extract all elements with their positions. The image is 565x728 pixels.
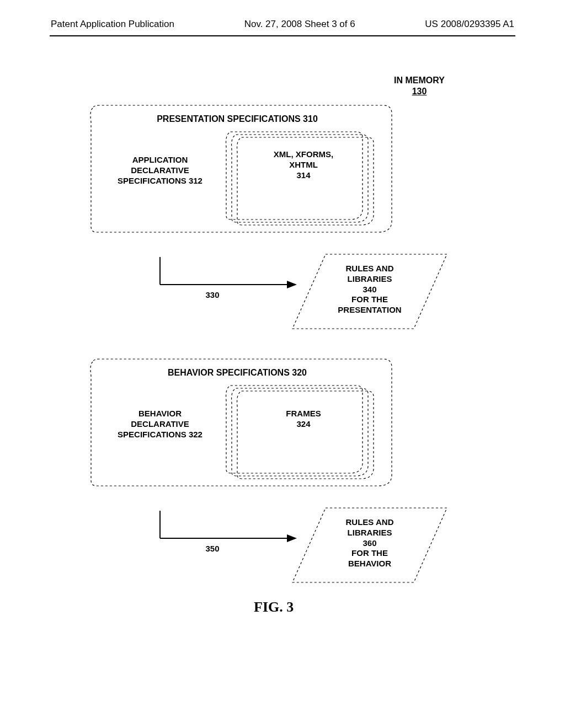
- diagram-svg: .dash { fill: none; stroke: #000; stroke…: [50, 36, 515, 676]
- figure-caption: FIG. 3: [254, 599, 294, 615]
- memory-line2: 130: [412, 87, 427, 96]
- svg-marker-2: [287, 281, 297, 288]
- arrow2-label: 350: [196, 544, 229, 554]
- spec2-rightbox: FRAMES 324: [254, 409, 353, 430]
- spec2-title: BEHAVIOR SPECIFICATIONS 320: [132, 367, 342, 378]
- rules2-label: RULES AND LIBRARIES 360 FOR THE BEHAVIOR: [320, 517, 419, 569]
- header-left: Patent Application Publication: [51, 19, 174, 30]
- spec1-title: PRESENTATION SPECIFICATIONS 310: [132, 114, 342, 125]
- spec2-leftbox: BEHAVIOR DECLARATIVE SPECIFICATIONS 322: [102, 409, 218, 440]
- memory-line1: IN MEMORY: [394, 76, 445, 85]
- rules1-label: RULES AND LIBRARIES 340 FOR THE PRESENTA…: [320, 264, 419, 315]
- header-mid: Nov. 27, 2008 Sheet 3 of 6: [174, 19, 425, 30]
- arrow1-label: 330: [196, 290, 229, 301]
- header-right: US 2008/0293395 A1: [425, 19, 514, 30]
- page-header: Patent Application Publication Nov. 27, …: [50, 17, 515, 36]
- svg-marker-5: [287, 534, 297, 542]
- spec1-leftbox: APPLICATION DECLARATIVE SPECIFICATIONS 3…: [102, 155, 218, 186]
- spec1-rightbox: XML, XFORMS, XHTML 314: [248, 149, 359, 180]
- memory-label: IN MEMORY 130: [381, 75, 458, 97]
- diagram: .dash { fill: none; stroke: #000; stroke…: [50, 36, 515, 676]
